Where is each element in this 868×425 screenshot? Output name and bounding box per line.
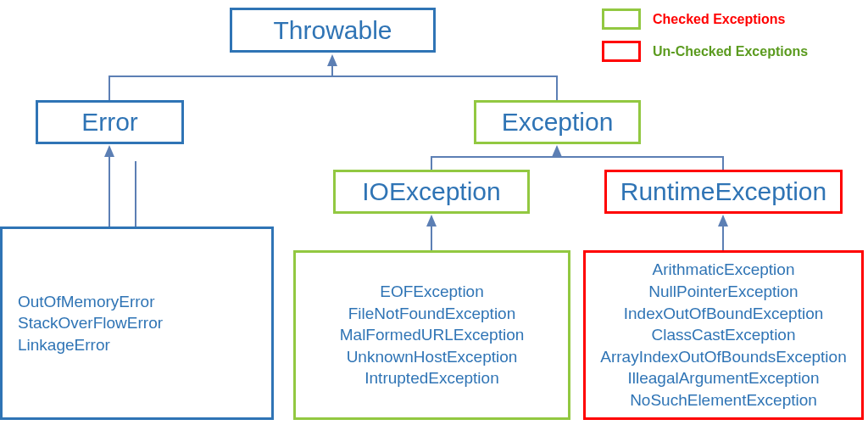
node-throwable: Throwable [230,8,436,53]
list-item: ArrayIndexOutOfBoundsException [600,346,846,368]
list-item: LinkageError [18,334,110,356]
list-ioexception-examples: EOFExceptionFileNotFoundExceptionMalForm… [293,250,570,420]
legend-swatch-unchecked [602,41,641,62]
list-item: ClassCastException [651,324,795,346]
node-exception: Exception [474,100,641,144]
node-ioexception-label: IOException [362,177,500,206]
list-item: MalFormedURLException [340,324,525,346]
node-runtimeexception-label: RuntimeException [620,177,826,206]
legend-label-unchecked: Un-Checked Exceptions [653,44,808,59]
node-error: Error [36,100,184,144]
list-item: ArithmaticException [653,259,795,281]
list-item: FileNotFoundException [348,303,516,325]
list-item: NullPointerException [648,281,798,303]
list-item: IndexOutOfBoundException [624,303,824,325]
node-runtimeexception: RuntimeException [604,170,843,214]
list-item: OutOfMemoryError [18,291,155,313]
list-item: IlleagalArgumentException [627,367,819,389]
legend-swatch-checked [602,8,641,30]
legend-label-checked: Checked Exceptions [653,12,786,27]
list-error-examples: OutOfMemoryErrorStackOverFlowErrorLinkag… [0,226,274,420]
node-error-label: Error [81,108,138,137]
node-exception-label: Exception [502,108,614,137]
list-item: IntruptedException [364,367,498,389]
list-item: UnknownHostException [347,346,518,368]
list-item: StackOverFlowError [18,312,163,334]
node-ioexception: IOException [333,170,530,214]
node-throwable-label: Throwable [273,16,392,45]
list-runtime-examples: ArithmaticExceptionNullPointerExceptionI… [583,250,864,420]
list-item: NoSuchElementException [630,389,817,411]
list-item: EOFException [380,281,484,303]
